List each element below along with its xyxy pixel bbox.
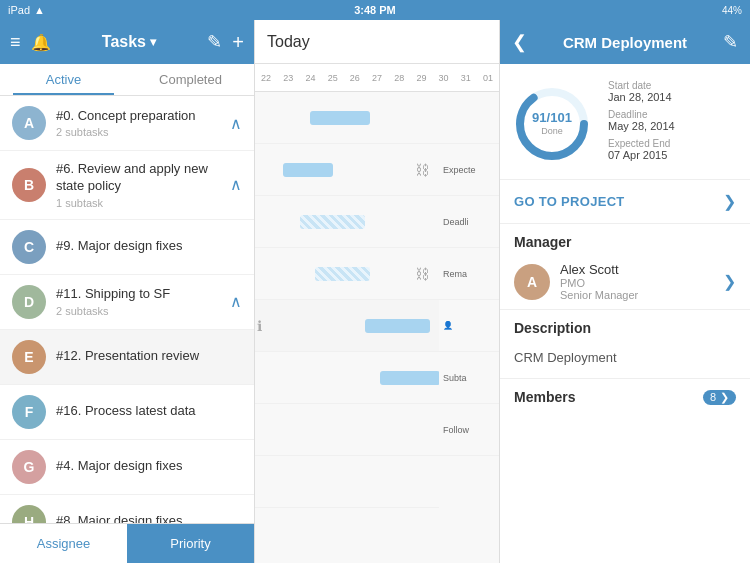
task-item-4[interactable]: G #4. Major design fixes: [0, 440, 254, 495]
avatar-4: G: [12, 450, 46, 484]
deadline-label: Deadline: [608, 109, 738, 120]
task-item-8[interactable]: H #8. Major design fixes: [0, 495, 254, 523]
gantt-bar-1: [283, 163, 333, 177]
task-info-8: #8. Major design fixes: [56, 513, 242, 523]
chevron-icon-0: ∧: [230, 114, 242, 133]
label-row-6: Follow: [439, 404, 499, 456]
start-date-value: Jan 28, 2014: [608, 91, 738, 103]
expected-end-value: 07 Apr 2015: [608, 149, 738, 161]
tab-completed[interactable]: Completed: [127, 64, 254, 95]
expected-end-row: Expected End 07 Apr 2015: [608, 138, 738, 161]
task-title-16: #16. Process latest data: [56, 403, 242, 420]
carrier-label: iPad: [8, 4, 30, 16]
go-to-project-label: GO TO PROJECT: [514, 194, 625, 209]
gantt-row-7: [255, 456, 439, 508]
add-icon[interactable]: +: [232, 31, 244, 54]
task-info-16: #16. Process latest data: [56, 403, 242, 420]
description-section: CRM Deployment: [500, 340, 750, 379]
deadline-value: May 28, 2014: [608, 120, 738, 132]
members-header: Members: [514, 389, 575, 405]
chevron-icon-6: ∧: [230, 175, 242, 194]
expected-end-label: Expected End: [608, 138, 738, 149]
avatar-6: B: [12, 168, 46, 202]
gantt-bar-3: [315, 267, 370, 281]
donut-numbers: 91/101: [532, 110, 572, 126]
priority-button[interactable]: Priority: [127, 524, 254, 563]
avatar-11: D: [12, 285, 46, 319]
gantt-bar-2: [300, 215, 365, 229]
date-01: 01: [477, 73, 499, 83]
status-bar-left: iPad ▲: [8, 4, 45, 16]
go-to-project-arrow: ❯: [723, 192, 736, 211]
task-info-12: #12. Presentation review: [56, 348, 242, 365]
project-title: CRM Deployment: [537, 34, 713, 51]
description-section-header: Description: [500, 310, 750, 340]
middle-header: Today: [255, 20, 499, 64]
manager-section-header: Manager: [500, 224, 750, 254]
manager-role-title: Senior Manager: [560, 289, 713, 301]
go-to-project-row[interactable]: GO TO PROJECT ❯: [500, 180, 750, 224]
info-icon-4: ℹ: [257, 318, 262, 334]
project-edit-icon[interactable]: ✎: [723, 31, 738, 53]
label-row-0: [439, 92, 499, 144]
task-title-6: #6. Review and apply new state policy: [56, 161, 220, 195]
edit-icon[interactable]: ✎: [207, 31, 222, 53]
label-row-5: Subta: [439, 352, 499, 404]
left-panel: ≡ 🔔 Tasks ▾ ✎ + Active Completed A: [0, 20, 255, 563]
assignee-button[interactable]: Assignee: [0, 524, 127, 563]
task-item-0[interactable]: A #0. Concept preparation 2 subtasks ∧: [0, 96, 254, 151]
right-panel-header: ❮ CRM Deployment ✎: [500, 20, 750, 64]
task-info-6: #6. Review and apply new state policy 1 …: [56, 161, 220, 209]
members-arrow-icon: ❯: [720, 391, 729, 404]
gantt-bar-0: [310, 111, 370, 125]
link-icon-1: ⛓: [415, 162, 429, 178]
tab-bar: Active Completed: [0, 64, 254, 96]
gantt-body-container: ⛓ ⛓ ℹ: [255, 92, 499, 563]
task-title-4: #4. Major design fixes: [56, 458, 242, 475]
deadline-row: Deadline May 28, 2014: [608, 109, 738, 132]
task-item-9[interactable]: C #9. Major design fixes: [0, 220, 254, 275]
gantt-row-3: ⛓: [255, 248, 439, 300]
task-title-12: #12. Presentation review: [56, 348, 242, 365]
task-item-11[interactable]: D #11. Shipping to SF 2 subtasks ∧: [0, 275, 254, 330]
project-overview: 91/101 Done Start date Jan 28, 2014 Dead…: [500, 64, 750, 180]
avatar-8: H: [12, 505, 46, 523]
gantt-row-2: [255, 196, 439, 248]
back-icon[interactable]: ❮: [512, 31, 527, 53]
date-31: 31: [455, 73, 477, 83]
date-24: 24: [299, 73, 321, 83]
task-title-8: #8. Major design fixes: [56, 513, 242, 523]
task-info-0: #0. Concept preparation 2 subtasks: [56, 108, 220, 139]
date-26: 26: [344, 73, 366, 83]
members-row[interactable]: Members 8 ❯: [500, 379, 750, 415]
start-date-label: Start date: [608, 80, 738, 91]
avatar-12: E: [12, 340, 46, 374]
description-text: CRM Deployment: [514, 350, 617, 365]
avatar-0: A: [12, 106, 46, 140]
avatar-16: F: [12, 395, 46, 429]
left-panel-header: ≡ 🔔 Tasks ▾ ✎ +: [0, 20, 254, 64]
gantt-date-header: 22 23 24 25 26 27 28 29 30 31 01: [255, 64, 499, 92]
link-icon-3: ⛓: [415, 266, 429, 282]
gantt-labels: Expecte Deadli Rema 👤 Subta: [439, 92, 499, 563]
title-text: Tasks: [102, 33, 146, 51]
task-item-16[interactable]: F #16. Process latest data: [0, 385, 254, 440]
date-28: 28: [388, 73, 410, 83]
start-date-row: Start date Jan 28, 2014: [608, 80, 738, 103]
task-item-12[interactable]: E #12. Presentation review: [0, 330, 254, 385]
gantt-row-1: ⛓: [255, 144, 439, 196]
manager-row[interactable]: A Alex Scott PMO Senior Manager ❯: [500, 254, 750, 310]
tab-active[interactable]: Active: [0, 64, 127, 95]
task-list: A #0. Concept preparation 2 subtasks ∧ B…: [0, 96, 254, 523]
avatar-9: C: [12, 230, 46, 264]
menu-icon[interactable]: ≡: [10, 32, 21, 53]
bell-icon[interactable]: 🔔: [31, 33, 51, 52]
task-item-6[interactable]: B #6. Review and apply new state policy …: [0, 151, 254, 220]
battery-label: 44%: [722, 5, 742, 16]
task-title-9: #9. Major design fixes: [56, 238, 242, 255]
bottom-bar: Assignee Priority: [0, 523, 254, 563]
dropdown-icon[interactable]: ▾: [150, 35, 156, 49]
donut-text: 91/101 Done: [512, 84, 592, 164]
chevron-icon-11: ∧: [230, 292, 242, 311]
manager-arrow-icon: ❯: [723, 272, 736, 291]
